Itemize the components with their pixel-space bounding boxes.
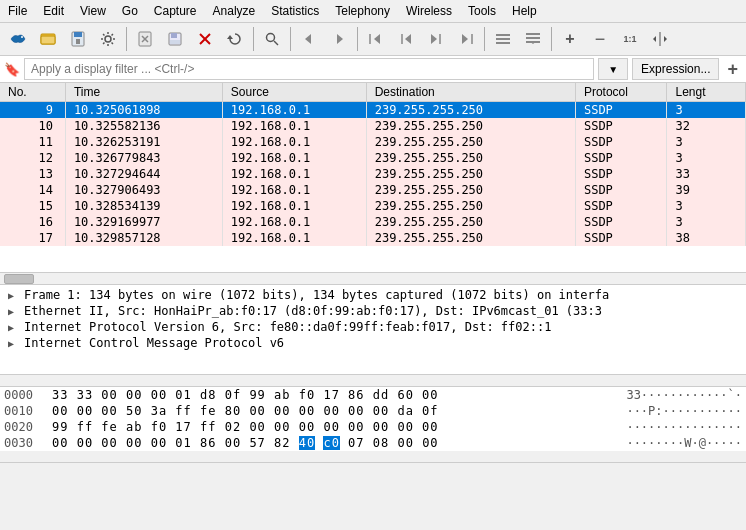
hex-offset: 0020 bbox=[4, 420, 44, 434]
detail-row-ipv6[interactable]: ▶ Internet Protocol Version 6, Src: fe80… bbox=[0, 319, 746, 335]
table-row[interactable]: 14 10.327906493 192.168.0.1 239.255.255.… bbox=[0, 182, 746, 198]
separator-6 bbox=[551, 27, 552, 51]
filter-input[interactable] bbox=[24, 58, 594, 80]
menu-telephony[interactable]: Telephony bbox=[327, 2, 398, 20]
autoscroll-button[interactable] bbox=[519, 25, 547, 53]
col-header-len: Lengt bbox=[667, 83, 746, 102]
cell-proto: SSDP bbox=[575, 102, 667, 119]
first-button[interactable] bbox=[362, 25, 390, 53]
hex-row[interactable]: 0020 99 ff fe ab f0 17 ff 02 00 00 00 00… bbox=[0, 419, 746, 435]
next-button[interactable] bbox=[422, 25, 450, 53]
zoom-in-button[interactable]: + bbox=[556, 25, 584, 53]
menu-bar: File Edit View Go Capture Analyze Statis… bbox=[0, 0, 746, 23]
last-button[interactable] bbox=[452, 25, 480, 53]
expression-button[interactable]: Expression... bbox=[632, 58, 719, 80]
restart-button[interactable] bbox=[221, 25, 249, 53]
svg-rect-33 bbox=[526, 37, 540, 39]
detail-row-icmpv6[interactable]: ▶ Internet Control Message Protocol v6 bbox=[0, 335, 746, 351]
cell-dest: 239.255.255.250 bbox=[366, 166, 575, 182]
table-row[interactable]: 16 10.329169977 192.168.0.1 239.255.255.… bbox=[0, 214, 746, 230]
svg-point-0 bbox=[21, 36, 23, 38]
cell-len: 32 bbox=[667, 118, 746, 134]
menu-edit[interactable]: Edit bbox=[35, 2, 72, 20]
cell-dest: 239.255.255.250 bbox=[366, 150, 575, 166]
menu-view[interactable]: View bbox=[72, 2, 114, 20]
table-row[interactable]: 9 10.325061898 192.168.0.1 239.255.255.2… bbox=[0, 102, 746, 119]
cell-time: 10.329169977 bbox=[65, 214, 222, 230]
details-hscroll[interactable] bbox=[0, 375, 746, 387]
svg-line-18 bbox=[274, 41, 278, 45]
hex-row[interactable]: 0010 00 00 00 50 3a ff fe 80 00 00 00 00… bbox=[0, 403, 746, 419]
cell-source: 192.168.0.1 bbox=[222, 214, 366, 230]
cell-source: 192.168.0.1 bbox=[222, 230, 366, 246]
detail-frame-text: Frame 1: 134 bytes on wire (1072 bits), … bbox=[24, 288, 609, 302]
menu-statistics[interactable]: Statistics bbox=[263, 2, 327, 20]
cell-len: 3 bbox=[667, 150, 746, 166]
cell-source: 192.168.0.1 bbox=[222, 166, 366, 182]
forward-button[interactable] bbox=[325, 25, 353, 53]
colorize-button[interactable] bbox=[489, 25, 517, 53]
detail-row-ethernet[interactable]: ▶ Ethernet II, Src: HonHaiPr_ab:f0:17 (d… bbox=[0, 303, 746, 319]
packet-list-hscroll[interactable] bbox=[0, 273, 746, 285]
resize-columns-button[interactable] bbox=[646, 25, 674, 53]
table-row[interactable]: 15 10.328534139 192.168.0.1 239.255.255.… bbox=[0, 198, 746, 214]
separator-5 bbox=[484, 27, 485, 51]
stop-button[interactable] bbox=[191, 25, 219, 53]
close-button[interactable] bbox=[131, 25, 159, 53]
svg-rect-12 bbox=[171, 33, 177, 38]
svg-marker-28 bbox=[462, 34, 468, 44]
cell-len: 38 bbox=[667, 230, 746, 246]
table-row[interactable]: 11 10.326253191 192.168.0.1 239.255.255.… bbox=[0, 134, 746, 150]
open-button[interactable] bbox=[34, 25, 62, 53]
svg-rect-29 bbox=[496, 34, 510, 36]
menu-tools[interactable]: Tools bbox=[460, 2, 504, 20]
menu-capture[interactable]: Capture bbox=[146, 2, 205, 20]
settings-button[interactable] bbox=[94, 25, 122, 53]
filter-icon: 🔖 bbox=[4, 62, 20, 77]
save-button[interactable] bbox=[161, 25, 189, 53]
hex-bytes: 00 00 00 50 3a ff fe 80 00 00 00 00 00 0… bbox=[52, 404, 618, 418]
menu-analyze[interactable]: Analyze bbox=[205, 2, 264, 20]
save-recent-button[interactable] bbox=[64, 25, 92, 53]
menu-help[interactable]: Help bbox=[504, 2, 545, 20]
menu-go[interactable]: Go bbox=[114, 2, 146, 20]
table-row[interactable]: 13 10.327294644 192.168.0.1 239.255.255.… bbox=[0, 166, 746, 182]
hex-bytes: 33 33 00 00 00 01 d8 0f 99 ab f0 17 86 d… bbox=[52, 388, 618, 402]
table-header-row: No. Time Source Destination Protocol Len… bbox=[0, 83, 746, 102]
cell-proto: SSDP bbox=[575, 118, 667, 134]
table-row[interactable]: 12 10.326779843 192.168.0.1 239.255.255.… bbox=[0, 150, 746, 166]
filter-dropdown-arrow[interactable]: ▼ bbox=[598, 58, 628, 80]
hex-ascii: ················ bbox=[626, 420, 742, 434]
hex-row[interactable]: 0000 33 33 00 00 00 01 d8 0f 99 ab f0 17… bbox=[0, 387, 746, 403]
prev-button[interactable] bbox=[392, 25, 420, 53]
expand-frame-icon: ▶ bbox=[8, 290, 20, 301]
hex-bytes: 99 ff fe ab f0 17 ff 02 00 00 00 00 00 0… bbox=[52, 420, 618, 434]
cell-len: 3 bbox=[667, 102, 746, 119]
cell-dest: 239.255.255.250 bbox=[366, 102, 575, 119]
cell-source: 192.168.0.1 bbox=[222, 198, 366, 214]
menu-wireless[interactable]: Wireless bbox=[398, 2, 460, 20]
svg-marker-16 bbox=[227, 35, 233, 39]
menu-file[interactable]: File bbox=[0, 2, 35, 20]
svg-marker-19 bbox=[305, 34, 311, 44]
new-capture-button[interactable] bbox=[4, 25, 32, 53]
expand-ipv6-icon: ▶ bbox=[8, 322, 20, 333]
detail-row-frame[interactable]: ▶ Frame 1: 134 bytes on wire (1072 bits)… bbox=[0, 287, 746, 303]
cell-proto: SSDP bbox=[575, 214, 667, 230]
back-button[interactable] bbox=[295, 25, 323, 53]
add-filter-button[interactable]: + bbox=[723, 60, 742, 78]
find-button[interactable] bbox=[258, 25, 286, 53]
cell-dest: 239.255.255.250 bbox=[366, 230, 575, 246]
cell-no: 12 bbox=[0, 150, 65, 166]
hex-ascii: ········W·@····· bbox=[626, 436, 742, 450]
table-row[interactable]: 10 10.325582136 192.168.0.1 239.255.255.… bbox=[0, 118, 746, 134]
svg-rect-32 bbox=[526, 33, 540, 35]
hex-hscroll[interactable] bbox=[0, 451, 746, 463]
normal-size-button[interactable]: 1:1 bbox=[616, 25, 644, 53]
hex-bytes: 00 00 00 00 00 01 86 00 57 82 40 c0 07 0… bbox=[52, 436, 618, 450]
svg-marker-38 bbox=[664, 36, 667, 42]
zoom-out-button[interactable]: − bbox=[586, 25, 614, 53]
table-row[interactable]: 17 10.329857128 192.168.0.1 239.255.255.… bbox=[0, 230, 746, 246]
packet-details-panel: ▶ Frame 1: 134 bytes on wire (1072 bits)… bbox=[0, 285, 746, 375]
hex-row[interactable]: 0030 00 00 00 00 00 01 86 00 57 82 40 c0… bbox=[0, 435, 746, 451]
